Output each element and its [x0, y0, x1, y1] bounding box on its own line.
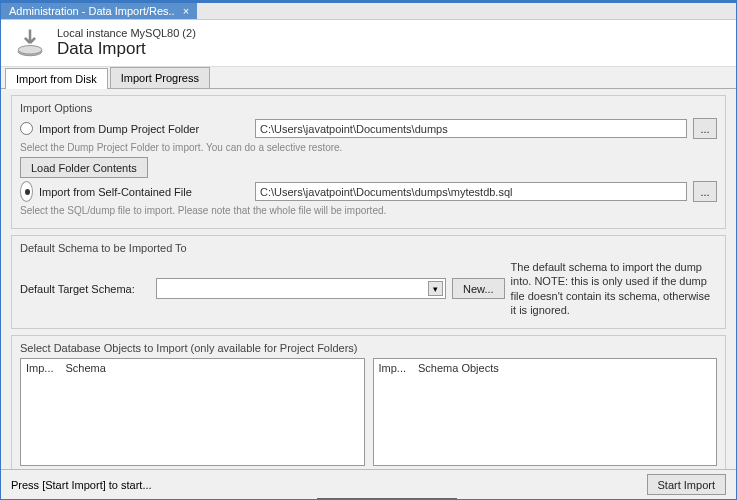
start-import-button[interactable]: Start Import: [647, 474, 726, 495]
page-header: Local instance MySQL80 (2) Data Import: [1, 20, 736, 67]
status-bar: Press [Start Import] to start... Start I…: [1, 469, 736, 499]
select-objects-title: Select Database Objects to Import (only …: [20, 342, 717, 354]
browse-folder-button[interactable]: ...: [693, 118, 717, 139]
schema-listbox[interactable]: Imp...Schema: [20, 358, 365, 466]
chevron-down-icon: ▾: [428, 281, 443, 296]
status-text: Press [Start Import] to start...: [11, 479, 152, 491]
radio-dump-folder[interactable]: [20, 122, 33, 135]
header-subtitle: Local instance MySQL80 (2): [57, 27, 196, 39]
default-schema-group: Default Schema to be Imported To Default…: [11, 235, 726, 329]
dump-folder-path-input[interactable]: [255, 119, 687, 138]
schema-objects-listbox[interactable]: Imp...Schema Objects: [373, 358, 718, 466]
radio-self-contained-file-label: Import from Self-Contained File: [39, 186, 249, 198]
import-options-group: Import Options Import from Dump Project …: [11, 95, 726, 229]
default-target-schema-label: Default Target Schema:: [20, 283, 150, 295]
radio-self-contained-file[interactable]: [20, 181, 33, 202]
self-contained-file-input[interactable]: [255, 182, 687, 201]
radio-dump-folder-label: Import from Dump Project Folder: [39, 123, 249, 135]
browse-file-button[interactable]: ...: [693, 181, 717, 202]
folder-hint: Select the Dump Project Folder to import…: [20, 142, 717, 153]
app-tab-row: Administration - Data Import/Res.. ×: [1, 3, 736, 20]
import-options-title: Import Options: [20, 102, 717, 114]
page-title: Data Import: [57, 39, 196, 59]
col-imp2: Imp...: [379, 362, 407, 374]
default-schema-select[interactable]: ▾: [156, 278, 446, 299]
select-objects-group: Select Database Objects to Import (only …: [11, 335, 726, 471]
close-icon[interactable]: ×: [183, 5, 189, 17]
col-schema: Schema: [66, 362, 106, 374]
default-schema-title: Default Schema to be Imported To: [20, 242, 717, 254]
import-icon: [13, 26, 47, 60]
load-folder-contents-button[interactable]: Load Folder Contents: [20, 157, 148, 178]
new-schema-button[interactable]: New...: [452, 278, 505, 299]
schema-note: The default schema to import the dump in…: [511, 260, 717, 317]
file-hint: Select the SQL/dump file to import. Plea…: [20, 205, 717, 216]
col-schema-objects: Schema Objects: [418, 362, 499, 374]
tab-import-progress[interactable]: Import Progress: [110, 67, 210, 88]
tab-row: Import from Disk Import Progress: [1, 67, 736, 89]
app-tab-title: Administration - Data Import/Res..: [9, 5, 175, 17]
tab-import-disk[interactable]: Import from Disk: [5, 68, 108, 89]
app-tab[interactable]: Administration - Data Import/Res.. ×: [1, 3, 197, 19]
svg-point-1: [18, 46, 42, 55]
col-imp: Imp...: [26, 362, 54, 374]
